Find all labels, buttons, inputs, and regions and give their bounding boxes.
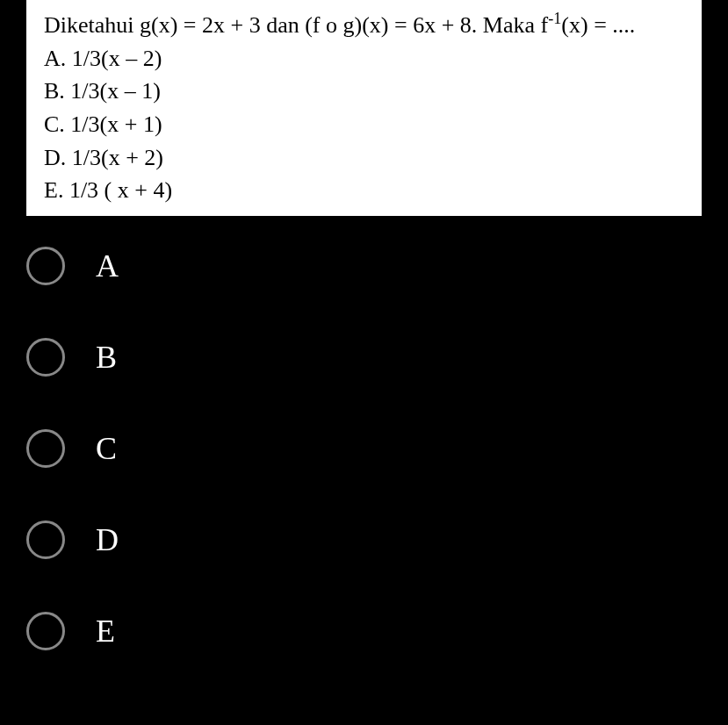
option-label: E	[96, 613, 115, 650]
choice-letter: B.	[44, 78, 65, 104]
answer-options: A B C D E	[0, 216, 728, 650]
option-label: C	[96, 430, 117, 467]
option-label: B	[96, 339, 117, 376]
choice-letter: E.	[44, 177, 63, 203]
choice-text: 1/3(x + 1)	[70, 111, 162, 137]
radio-icon	[26, 247, 65, 285]
choice-text: 1/3 ( x + 4)	[69, 177, 172, 203]
option-label: A	[96, 248, 119, 284]
question-text-before: Diketahui g(x) = 2x + 3 dan (f o g)(x) =…	[44, 12, 548, 38]
choice-letter: A.	[44, 46, 66, 71]
question-prompt: Diketahui g(x) = 2x + 3 dan (f o g)(x) =…	[44, 9, 684, 42]
choice-e: E. 1/3 ( x + 4)	[44, 174, 684, 207]
option-b[interactable]: B	[26, 338, 702, 377]
option-e[interactable]: E	[26, 612, 702, 650]
radio-icon	[26, 338, 65, 377]
question-box: Diketahui g(x) = 2x + 3 dan (f o g)(x) =…	[26, 0, 702, 216]
radio-icon	[26, 612, 65, 650]
option-d[interactable]: D	[26, 520, 702, 559]
question-superscript: -1	[548, 10, 561, 27]
choice-a: A. 1/3(x – 2)	[44, 42, 684, 75]
question-text-after: (x) = ....	[561, 12, 635, 38]
choice-c: C. 1/3(x + 1)	[44, 108, 684, 141]
option-a[interactable]: A	[26, 247, 702, 285]
option-label: D	[96, 521, 119, 558]
choice-text: 1/3(x – 2)	[72, 46, 162, 71]
choice-d: D. 1/3(x + 2)	[44, 141, 684, 175]
radio-icon	[26, 429, 65, 468]
choice-b: B. 1/3(x – 1)	[44, 75, 684, 108]
option-c[interactable]: C	[26, 429, 702, 468]
choice-text: 1/3(x + 2)	[72, 145, 163, 170]
choice-letter: C.	[44, 111, 65, 137]
choice-text: 1/3(x – 1)	[70, 78, 161, 104]
radio-icon	[26, 520, 65, 559]
choice-letter: D.	[44, 145, 66, 170]
